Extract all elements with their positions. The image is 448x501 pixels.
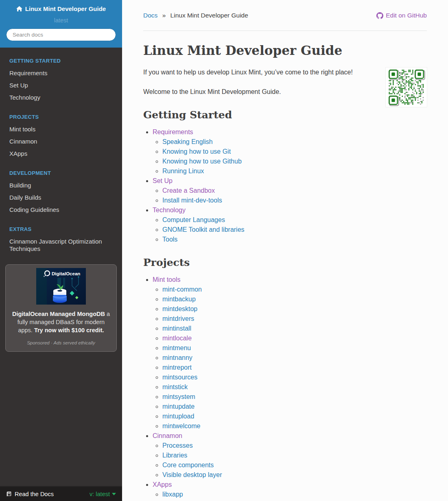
breadcrumb: Docs » Linux Mint Developer Guide [143,11,248,20]
main-content: Docs » Linux Mint Developer Guide Edit o… [122,0,448,501]
intro-paragraph-2: Welcome to the Linux Mint Development Gu… [143,87,427,97]
toc-link-tools[interactable]: Tools [162,236,177,243]
toc-link-mintsystem[interactable]: mintsystem [162,393,195,400]
toc-link-mint-common[interactable]: mint-common [162,286,202,293]
toc-link-mintreport[interactable]: mintreport [162,364,192,371]
breadcrumb-separator: » [162,12,166,19]
qr-code-image [386,68,427,107]
toc-link-create-a-sandbox[interactable]: Create a Sandbox [162,187,215,194]
search-input[interactable] [6,28,116,41]
sidebar-item-coding-guidelines[interactable]: Coding Guidelines [0,204,122,216]
edit-on-github-link[interactable]: Edit on GitHub [376,11,427,20]
sidebar-ad[interactable]: DigitalOcean DigitalOcean [5,264,117,352]
toc-link-technology[interactable]: Technology [153,207,186,213]
toc-item: GNOME Toolkit and libraries [162,225,427,235]
toc-link-mintmenu[interactable]: mintmenu [162,344,191,351]
toc-link-mintlocale[interactable]: mintlocale [162,335,192,342]
toc-item: Speaking English [162,137,427,147]
toc-link-mintdrivers[interactable]: mintdrivers [162,315,194,322]
sidebar-item-mint-tools[interactable]: Mint tools [0,123,122,135]
section-heading: Projects [143,257,427,268]
toc-link-gnome-toolkit-and-libraries[interactable]: GNOME Toolkit and libraries [162,226,245,233]
toc-link-set-up[interactable]: Set Up [153,177,173,184]
sidebar-nav: GETTING STARTEDRequirementsSet UpTechnol… [0,58,122,255]
sidebar-item-xapps[interactable]: XApps [0,148,122,160]
toc-item: Knowing how to use Github [162,157,427,166]
toc-item: Visible desktop layer [162,470,427,480]
toc-link-knowing-how-to-use-git[interactable]: Knowing how to use Git [162,148,231,155]
toc-link-speaking-english[interactable]: Speaking English [162,138,213,145]
toc-item: mintdesktop [162,304,427,314]
toc-sublist: mint-commonmintbackupmintdesktopmintdriv… [162,285,427,431]
breadcrumb-row: Docs » Linux Mint Developer Guide Edit o… [143,11,427,20]
ad-image: DigitalOcean [36,268,86,305]
ad-brand-text: DigitalOcean [52,271,80,276]
toc-link-running-linux[interactable]: Running Linux [162,168,204,174]
toc-item: mintupload [162,412,427,421]
breadcrumb-docs-link[interactable]: Docs [143,12,157,19]
toc-link-install-mint-dev-tools[interactable]: Install mint-dev-tools [162,197,222,204]
toc-link-mintwelcome[interactable]: mintwelcome [162,423,200,429]
toc-link-mintupload[interactable]: mintupload [162,413,194,420]
rtd-brand-label: Read the Docs [15,491,54,497]
toc-link-cinnamon[interactable]: Cinnamon [153,432,182,439]
toc-link-knowing-how-to-use-github[interactable]: Knowing how to use Github [162,158,242,165]
sidebar-item-set-up[interactable]: Set Up [0,79,122,91]
version-switcher[interactable]: v: latest [90,491,116,497]
rtd-footer: Read the Docs v: latest [0,486,122,501]
toc-link-mintdesktop[interactable]: mintdesktop [162,305,197,312]
toc-link-libxapp[interactable]: libxapp [162,491,183,498]
toc-item: python-xapp [162,499,427,501]
toc-item: Computer Languages [162,215,427,225]
sidebar-item-daily-builds[interactable]: Daily Builds [0,192,122,204]
toc-item: TechnologyComputer LanguagesGNOME Toolki… [153,205,427,244]
toc-link-visible-desktop-layer[interactable]: Visible desktop layer [162,471,222,478]
toc-item: Knowing how to use Git [162,147,427,157]
toc-item: mintstick [162,382,427,392]
toc-link-computer-languages[interactable]: Computer Languages [162,216,225,223]
sidebar-item-cinnamon-javascript-optimization-techniques[interactable]: Cinnamon Javascript Optimization Techniq… [0,235,122,255]
version-label: latest [4,17,118,24]
ad-text: DigitalOcean Managed MongoDB a fully man… [11,310,111,334]
toc-link-mintupdate[interactable]: mintupdate [162,403,194,410]
sidebar-home-link[interactable]: Linux Mint Developer Guide [16,5,106,12]
toc-sublist: libxapppython-xapp [162,490,427,501]
toc-link-mint-tools[interactable]: Mint tools [153,276,180,283]
toc-item: XAppslibxapppython-xapp [153,480,427,501]
sidebar-item-requirements[interactable]: Requirements [0,67,122,79]
edit-on-github-label: Edit on GitHub [386,11,427,20]
toc-item: Set UpCreate a SandboxInstall mint-dev-t… [153,176,427,205]
sidebar-section-caption: PROJECTS [0,114,122,120]
toc-link-mintnanny[interactable]: mintnanny [162,354,192,361]
github-icon [376,12,383,19]
toc-link-requirements[interactable]: Requirements [153,129,193,135]
toc-link-xapps[interactable]: XApps [153,481,172,488]
toc-link-mintstick[interactable]: mintstick [162,383,188,390]
version-switcher-label: v: latest [90,491,110,497]
sidebar-section-caption: DEVELOPMENT [0,170,122,176]
toc-item: mintwelcome [162,421,427,431]
toc-link-core-components[interactable]: Core components [162,462,214,468]
page-title: Linux Mint Developer Guide [143,43,427,58]
toc-item: Core components [162,460,427,470]
toc-item: CinnamonProcessesLibrariesCore component… [153,431,427,480]
toc-item: mintmenu [162,343,427,353]
toc-item: Libraries [162,451,427,460]
ad-cta-bold: Try now with $100 credit. [34,327,104,333]
breadcrumb-divider [143,30,427,31]
toc-link-mintinstall[interactable]: mintinstall [162,325,191,332]
toc-link-libraries[interactable]: Libraries [162,452,187,459]
toc-link-mintbackup[interactable]: mintbackup [162,296,196,303]
rtd-brand[interactable]: Read the Docs [6,491,54,497]
toc-link-mintsources[interactable]: mintsources [162,374,197,381]
sidebar-title: Linux Mint Developer Guide [25,5,106,12]
toc-item: mintsources [162,372,427,382]
sidebar-item-technology[interactable]: Technology [0,91,122,104]
toc-item: mintreport [162,363,427,372]
sidebar-item-building[interactable]: Building [0,179,122,192]
section-heading: Getting Started [143,109,427,121]
toc-sublist: Speaking EnglishKnowing how to use GitKn… [162,137,427,176]
toc-list: Mint toolsmint-commonmintbackupmintdeskt… [153,275,427,501]
sidebar-item-cinnamon[interactable]: Cinnamon [0,135,122,148]
toc-link-processes[interactable]: Processes [162,442,193,449]
